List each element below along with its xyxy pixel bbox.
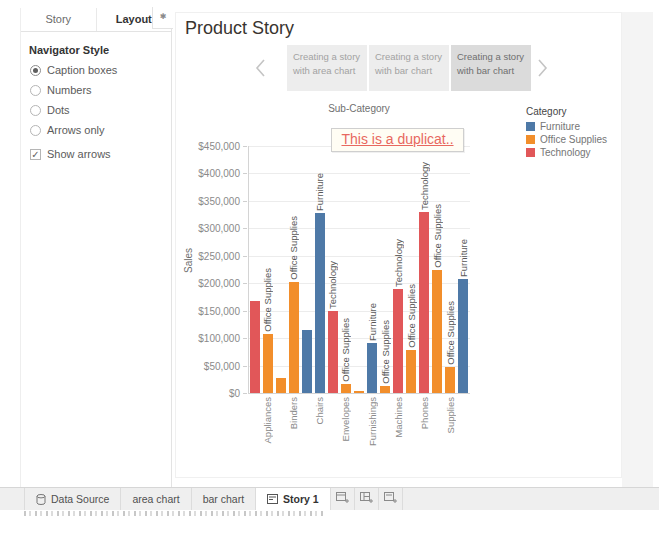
chart-title: Sub-Category xyxy=(248,103,470,114)
bar-binders[interactable] xyxy=(289,282,299,393)
y-tick-mark xyxy=(243,366,247,367)
sheet-tab-area-chart[interactable]: area chart xyxy=(121,488,191,510)
annotation-text: This is a duplicat.. xyxy=(341,131,453,147)
y-tick-mark xyxy=(243,173,247,174)
bar-supplies[interactable] xyxy=(445,367,455,393)
y-tick-label: $0 xyxy=(188,388,240,399)
gridline xyxy=(248,173,470,174)
story-point-caption[interactable]: Creating a story with area chart xyxy=(287,45,367,91)
y-tick-mark xyxy=(243,228,247,229)
bar-category-label: Office Supplies xyxy=(444,301,457,365)
y-tick-label: $100,000 xyxy=(188,333,240,344)
next-story-point-button[interactable] xyxy=(534,57,550,79)
bar-category-label: Technology xyxy=(418,162,431,210)
legend-entry[interactable]: Office Supplies xyxy=(526,133,607,146)
bar-labels[interactable] xyxy=(380,386,390,393)
story-title: Product Story xyxy=(185,18,294,39)
navigator-style-heading: Navigator Style xyxy=(29,44,171,56)
y-tick-label: $50,000 xyxy=(188,361,240,372)
bar-art[interactable] xyxy=(276,378,286,393)
color-legend: Category FurnitureOffice SuppliesTechnol… xyxy=(526,106,607,159)
scrollbar-gutter[interactable] xyxy=(622,12,653,487)
story-point-caption[interactable]: Creating a story with bar chart xyxy=(451,45,531,91)
legend-swatch xyxy=(526,135,535,144)
story-icon xyxy=(267,494,278,504)
sheet-tab-label: Story 1 xyxy=(283,493,319,505)
option-label: Dots xyxy=(47,104,70,116)
bar-category-label: Office Supplies xyxy=(431,204,444,268)
legend-swatch xyxy=(526,148,535,157)
bar-category-label: Office Supplies xyxy=(379,320,392,384)
bar-envelopes[interactable] xyxy=(341,384,351,393)
x-tick-label: Supplies xyxy=(444,397,457,433)
legend-swatch xyxy=(526,122,535,131)
new-story-button[interactable] xyxy=(379,488,403,510)
panel-tabs: StoryLayout xyxy=(21,8,171,32)
radio-button xyxy=(30,125,41,136)
x-axis-line xyxy=(248,393,470,394)
bar-phones[interactable] xyxy=(419,212,429,393)
y-axis-line xyxy=(248,146,249,393)
sheet-tab-story-1[interactable]: Story 1 xyxy=(256,488,331,510)
bar-category-label: Office Supplies xyxy=(261,268,274,332)
bar-storage[interactable] xyxy=(432,270,442,393)
y-tick-label: $350,000 xyxy=(188,196,240,207)
radio-button xyxy=(30,65,41,76)
bar-category-label: Office Supplies xyxy=(287,216,300,280)
y-tick-mark xyxy=(243,338,247,339)
database-icon xyxy=(36,494,46,505)
option-label: Numbers xyxy=(47,84,92,96)
new-story-icon xyxy=(384,490,397,508)
legend-title: Category xyxy=(526,106,607,117)
previous-story-point-button[interactable] xyxy=(253,57,269,79)
sheet-tab-data-source[interactable]: Data Source xyxy=(24,488,121,510)
status-bar-clipped-text xyxy=(24,511,324,516)
y-tick-label: $400,000 xyxy=(188,168,240,179)
collapse-panel-button[interactable]: ✱ xyxy=(152,7,173,29)
legend-entry[interactable]: Technology xyxy=(526,146,607,159)
show-arrows-option[interactable]: ✓Show arrows xyxy=(21,144,171,164)
sheet-tab-label: area chart xyxy=(132,493,179,505)
bar-machines[interactable] xyxy=(393,289,403,393)
y-tick-label: $150,000 xyxy=(188,306,240,317)
story-point-caption[interactable]: Creating a story with bar chart xyxy=(369,45,449,91)
navigator-style-option[interactable]: Numbers xyxy=(21,80,171,100)
navigator-style-option[interactable]: Caption boxes xyxy=(21,60,171,80)
x-tick-label: Furnishings xyxy=(366,397,379,446)
bar-tables[interactable] xyxy=(458,279,468,393)
bar-category-label: Office Supplies xyxy=(339,318,352,382)
legend-entry[interactable]: Furniture xyxy=(526,120,607,133)
navigator-style-option[interactable]: Arrows only xyxy=(21,120,171,140)
bar-category-label: Furniture xyxy=(366,303,379,341)
legend-entries: FurnitureOffice SuppliesTechnology xyxy=(526,120,607,159)
bar-accessories[interactable] xyxy=(250,301,260,393)
sheet-tab-bar-chart[interactable]: bar chart xyxy=(192,488,256,510)
bar-chairs[interactable] xyxy=(315,213,325,393)
panel-tab-story[interactable]: Story xyxy=(21,8,96,31)
new-worksheet-button[interactable] xyxy=(331,488,355,510)
y-tick-mark xyxy=(243,201,247,202)
new-dashboard-button[interactable] xyxy=(355,488,379,510)
bar-appliances[interactable] xyxy=(263,334,273,393)
option-label: Caption boxes xyxy=(47,64,117,76)
sheet-tab-strip: Data Sourcearea chartbar chartStory 1 xyxy=(0,487,659,510)
navigator-style-option[interactable]: Dots xyxy=(21,100,171,120)
new-worksheet-icon xyxy=(336,490,349,508)
x-tick-label: Machines xyxy=(392,397,405,438)
y-tick-label: $450,000 xyxy=(188,141,240,152)
x-tick-label: Appliances xyxy=(261,397,274,443)
bar-bookcases[interactable] xyxy=(302,330,312,393)
bar-paper[interactable] xyxy=(406,350,416,393)
story-description-textbox[interactable]: This is a duplicat.. xyxy=(331,128,464,152)
bar-category-label: Office Supplies xyxy=(405,284,418,348)
legend-label: Office Supplies xyxy=(540,134,607,145)
bar-copiers[interactable] xyxy=(328,311,338,393)
x-tick-label: Chairs xyxy=(313,397,326,424)
sheet-tab-label: Data Source xyxy=(51,493,109,505)
legend-label: Technology xyxy=(540,147,591,158)
story-layout-panel: StoryLayout ✱ Navigator Style Caption bo… xyxy=(20,8,172,487)
bar-furnishings[interactable] xyxy=(367,343,377,393)
tableau-window: StoryLayout ✱ Navigator Style Caption bo… xyxy=(0,0,659,538)
option-label: Arrows only xyxy=(47,124,104,136)
bar-category-label: Furniture xyxy=(457,239,470,277)
